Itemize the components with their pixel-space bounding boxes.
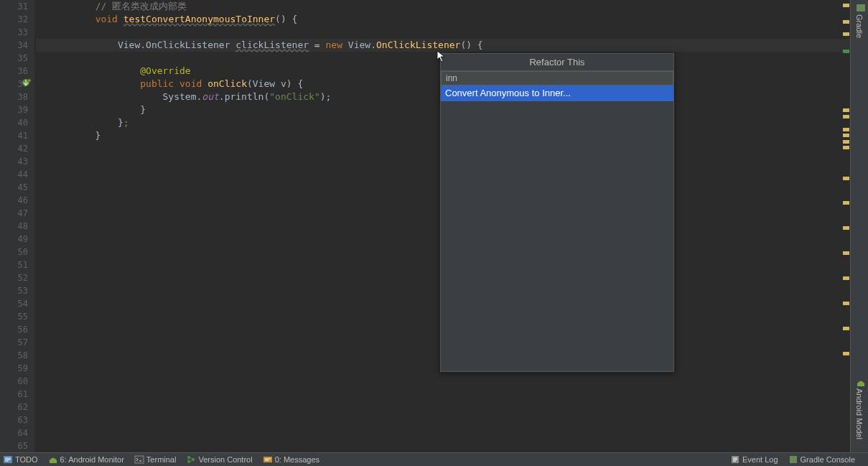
line-number: 44 xyxy=(0,168,28,181)
line-number: 65 xyxy=(0,439,28,452)
line-number: 46 xyxy=(0,194,28,207)
statusbar-gradle-console[interactable]: Gradle Console xyxy=(788,455,855,465)
code-line[interactable] xyxy=(36,388,850,401)
statusbar-label: TODO xyxy=(15,455,38,464)
code-line[interactable]: View.OnClickListener clickListener = new… xyxy=(36,39,850,52)
gradle-tool-label: Gradle xyxy=(855,14,864,38)
error-stripe-mark[interactable] xyxy=(843,201,849,205)
svg-rect-4 xyxy=(50,460,57,463)
statusbar-version-control[interactable]: Version Control xyxy=(186,455,252,465)
line-number: 59 xyxy=(0,362,28,375)
error-stripe-mark[interactable] xyxy=(843,251,849,255)
line-number: 35 xyxy=(0,52,28,65)
line-number: 63 xyxy=(0,414,28,427)
error-stripe-mark[interactable] xyxy=(843,50,849,53)
line-number: 60 xyxy=(0,375,28,388)
line-number: 58 xyxy=(0,349,28,362)
error-stripe-mark[interactable] xyxy=(843,20,849,24)
statusbar-terminal[interactable]: Terminal xyxy=(134,455,177,465)
statusbar-messages[interactable]: 0: Messages xyxy=(263,455,319,465)
code-line[interactable] xyxy=(36,414,850,427)
gradle-icon xyxy=(788,455,798,465)
code-line[interactable]: // 匿名类改成内部类 xyxy=(36,0,850,13)
line-number: 42 xyxy=(0,142,28,155)
code-line[interactable] xyxy=(36,375,850,388)
error-stripe-mark[interactable] xyxy=(843,302,849,305)
svg-rect-2 xyxy=(857,383,864,386)
android-model-tool-tab[interactable]: Android Model xyxy=(855,377,867,439)
error-stripe-mark[interactable] xyxy=(843,146,849,149)
messages-icon xyxy=(263,455,273,465)
error-stripe-mark[interactable] xyxy=(843,352,849,355)
error-stripe-mark[interactable] xyxy=(843,32,849,36)
svg-rect-5 xyxy=(135,456,144,463)
override-gutter-icon[interactable] xyxy=(22,78,32,88)
line-number: 64 xyxy=(0,427,28,439)
code-line[interactable] xyxy=(36,26,850,39)
code-line[interactable]: void testConvertAnonymousToInner() { xyxy=(36,13,850,26)
android-model-tool-label: Android Model xyxy=(855,388,864,439)
line-number: 31 xyxy=(0,0,28,13)
error-stripe-mark[interactable] xyxy=(843,4,849,7)
code-line[interactable] xyxy=(36,439,850,452)
popup-list: Convert Anonymous to Inner... xyxy=(441,85,673,101)
svg-rect-1 xyxy=(857,4,865,11)
eventlog-icon xyxy=(730,455,740,465)
error-stripe-mark[interactable] xyxy=(843,177,849,180)
statusbar-label: Gradle Console xyxy=(801,455,855,464)
error-stripe-mark[interactable] xyxy=(843,327,849,330)
line-number: 47 xyxy=(0,207,28,220)
line-number: 53 xyxy=(0,284,28,297)
right-tool-rail: Gradle Android Model xyxy=(850,0,868,452)
statusbar-label: Event Log xyxy=(742,455,778,464)
statusbar-android-monitor[interactable]: 6: Android Monitor xyxy=(48,455,124,465)
line-number: 34 xyxy=(0,39,28,52)
statusbar-todo[interactable]: TODO xyxy=(3,455,38,465)
error-stripe-mark[interactable] xyxy=(843,276,849,280)
refactor-option[interactable]: Convert Anonymous to Inner... xyxy=(441,85,673,101)
line-number: 62 xyxy=(0,401,28,414)
line-number: 52 xyxy=(0,271,28,284)
terminal-icon xyxy=(134,455,144,465)
line-number: 32 xyxy=(0,13,28,26)
code-editor[interactable]: 3132333435363738394041424344454647484950… xyxy=(0,0,850,452)
error-stripe-mark[interactable] xyxy=(843,134,849,137)
android-icon xyxy=(48,455,58,465)
line-number: 50 xyxy=(0,246,28,258)
line-number: 56 xyxy=(0,323,28,336)
code-line[interactable] xyxy=(36,401,850,414)
code-line[interactable] xyxy=(36,427,850,439)
gradle-tool-tab[interactable]: Gradle xyxy=(855,3,867,38)
line-number: 48 xyxy=(0,220,28,233)
line-number: 33 xyxy=(0,26,28,39)
statusbar-label: 6: Android Monitor xyxy=(60,455,124,464)
line-number: 36 xyxy=(0,65,28,78)
line-number-gutter: 3132333435363738394041424344454647484950… xyxy=(0,0,34,452)
status-bar: TODO6: Android MonitorTerminalVersion Co… xyxy=(0,452,868,466)
line-number: 61 xyxy=(0,388,28,401)
line-number: 45 xyxy=(0,181,28,194)
vcs-icon xyxy=(186,455,196,465)
line-number: 57 xyxy=(0,336,28,349)
popup-search-input[interactable]: inn xyxy=(441,71,673,85)
svg-rect-11 xyxy=(790,456,797,463)
line-number: 43 xyxy=(0,155,28,168)
refactor-this-popup: Refactor This inn Convert Anonymous to I… xyxy=(440,53,674,372)
statusbar-label: 0: Messages xyxy=(275,455,319,464)
error-stripe-mark[interactable] xyxy=(843,115,849,118)
error-stripe-mark[interactable] xyxy=(843,128,849,131)
statusbar-event-log[interactable]: Event Log xyxy=(730,455,778,465)
error-stripe-mark[interactable] xyxy=(843,140,849,144)
line-number: 41 xyxy=(0,129,28,142)
line-number: 49 xyxy=(0,233,28,246)
popup-title: Refactor This xyxy=(441,54,673,71)
statusbar-label: Version Control xyxy=(198,455,252,464)
line-number: 54 xyxy=(0,297,28,310)
todo-icon xyxy=(3,455,13,465)
statusbar-label: Terminal xyxy=(146,455,177,464)
error-stripe-mark[interactable] xyxy=(843,226,849,230)
error-stripe-mark[interactable] xyxy=(843,108,849,112)
line-number: 55 xyxy=(0,310,28,323)
line-number: 38 xyxy=(0,90,28,103)
svg-rect-9 xyxy=(263,457,272,462)
